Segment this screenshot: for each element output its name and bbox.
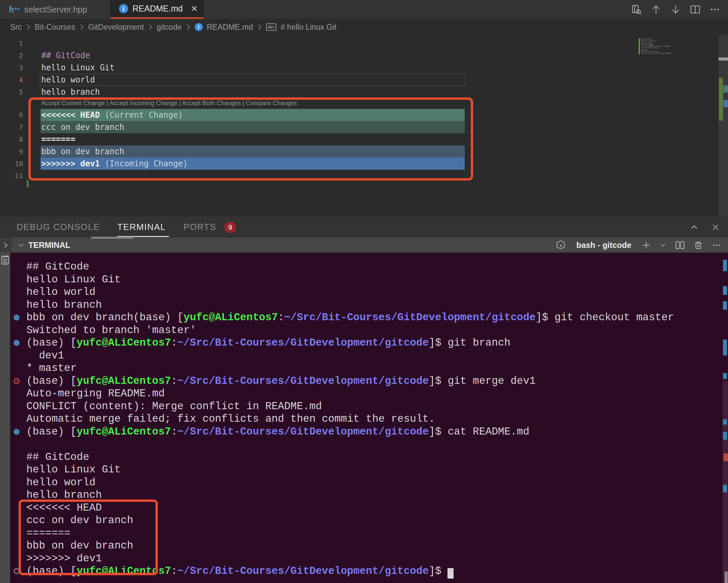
scrollbar-command-mark: [723, 286, 727, 295]
panel-tab-bar: DEBUG CONSOLE TERMINAL PORTS 9: [0, 216, 728, 238]
open-preview-icon[interactable]: [631, 4, 642, 15]
editor-row[interactable]: 2## GitCode: [0, 49, 719, 62]
close-icon[interactable]: ✕: [191, 4, 198, 14]
chevron-right-icon[interactable]: [2, 241, 10, 249]
terminal-line: dev1: [26, 349, 64, 362]
terminal-text-segment: ]$ git merge dev1: [429, 375, 536, 387]
terminal-text-segment: :: [171, 375, 177, 387]
symbol-abc-icon: abc: [266, 23, 277, 31]
notebook-icon: [1, 254, 9, 265]
chevron-right-icon: [148, 23, 153, 31]
arrow-down-icon[interactable]: [670, 4, 681, 15]
terminal-text-segment: CONFLICT (content): Merge conflict in RE…: [26, 400, 322, 412]
chevron-up-icon[interactable]: [689, 222, 700, 233]
editor-row[interactable]: 4hello world: [0, 74, 719, 86]
chevron-right-icon: [186, 23, 191, 31]
command-decoration-ok[interactable]: [14, 340, 20, 346]
overview-ruler-change-mark: [719, 78, 723, 121]
scrollbar-viewport-mark: [725, 572, 728, 583]
command-decoration-err[interactable]: ✕: [14, 378, 20, 384]
terminal-text-segment: hello Linux Git: [26, 464, 121, 475]
breadcrumb-item-heading[interactable]: # hello Linux Git: [281, 23, 336, 32]
split-editor-icon[interactable]: [689, 4, 701, 15]
breadcrumb-item-src[interactable]: Src: [10, 23, 22, 32]
terminal-line: ## GitCode: [26, 451, 89, 464]
overview-ruler-current-conflict-mark: [723, 86, 728, 93]
line-number: 2: [0, 49, 23, 62]
more-actions-icon[interactable]: [711, 240, 722, 251]
editor-row[interactable]: 5hello branch: [0, 86, 719, 98]
line-number: 9: [0, 145, 23, 158]
terminal-text-segment: ~/Src/Bit-Courses/GitDevelopment/gitcode: [284, 311, 536, 323]
chevron-right-icon: [79, 23, 84, 31]
tab-terminal[interactable]: TERMINAL: [117, 216, 166, 238]
terminal-section-title: TERMINAL: [28, 240, 70, 250]
terminal-line: hello branch: [26, 299, 102, 311]
code-segment: hello Linux Git: [41, 63, 115, 72]
terminal-line: hello world: [26, 286, 96, 299]
minimap[interactable]: ## GitCodehello Linux Githello worldhell…: [641, 38, 672, 54]
terminal-text-segment: hello branch: [26, 489, 102, 501]
close-panel-icon[interactable]: [710, 222, 721, 232]
launch-profile-chevron-icon[interactable]: [659, 241, 667, 249]
breadcrumb-item-bit-courses[interactable]: Bit-Courses: [35, 23, 75, 32]
new-terminal-icon[interactable]: [641, 240, 652, 251]
breadcrumb: Src Bit-Courses GitDevelopment gitcode i…: [0, 19, 728, 35]
terminal-cursor: [447, 568, 454, 579]
arrow-up-icon[interactable]: [650, 4, 662, 15]
breadcrumb-item-readme[interactable]: README.md: [207, 23, 253, 32]
split-terminal-icon[interactable]: [675, 240, 685, 251]
svg-text:$: $: [560, 244, 562, 248]
terminal-text-segment: ]$ cat README.md: [429, 426, 530, 438]
terminal-line: Switched to branch 'master': [26, 324, 196, 337]
terminal-text-segment: yufc@ALiCentos7: [77, 337, 171, 349]
tab-ports[interactable]: PORTS: [184, 216, 216, 238]
more-actions-icon[interactable]: [709, 4, 721, 15]
tab-label: selectServer.hpp: [24, 5, 87, 15]
scrollbar-command-mark: [723, 485, 727, 492]
conflict-annotation-box-terminal: [19, 499, 158, 575]
tab-debug-console[interactable]: DEBUG CONSOLE: [17, 216, 100, 238]
terminal-text-segment: :: [171, 426, 177, 438]
terminal-line: bbb on dev branch(base) [yufc@ALiCentos7…: [26, 311, 674, 324]
overview-ruler-incoming-conflict-mark: [723, 100, 728, 107]
scrollbar-command-mark: [723, 419, 727, 425]
terminal-text-segment: * master: [26, 362, 77, 374]
scrollbar-command-mark: [723, 373, 727, 379]
command-decoration-ok[interactable]: [14, 314, 20, 321]
chevron-down-icon[interactable]: [17, 241, 26, 250]
kill-terminal-icon[interactable]: [693, 240, 704, 251]
info-icon: i: [119, 4, 128, 13]
code-text: hello Linux Git: [41, 62, 115, 74]
terminal-text-segment: :: [171, 565, 177, 577]
code-text: ## GitCode: [41, 49, 90, 62]
terminal-text-segment: hello Linux Git: [26, 274, 121, 285]
tab-readme-md[interactable]: i README.md ✕: [110, 0, 204, 19]
terminal-text-segment: Automatic merge failed; fix conflicts an…: [26, 413, 435, 425]
editor-row[interactable]: 1: [0, 37, 719, 49]
tab-selectserver-hpp[interactable]: h++ selectServer.hpp: [0, 0, 110, 19]
scrollbar-error-mark: [724, 453, 728, 461]
cpp-header-file-icon: h++: [9, 4, 20, 15]
terminal-scrollbar-thumb[interactable]: [723, 381, 728, 583]
terminal-text-segment: hello world: [26, 476, 96, 488]
code-text: hello branch: [41, 86, 100, 98]
active-terminal-label[interactable]: bash - gitcode: [576, 240, 631, 250]
terminal-line: (base) [yufc@ALiCentos7:~/Src/Bit-Course…: [26, 425, 529, 438]
terminal-text-segment: (base) [: [26, 375, 77, 387]
line-number: 10: [0, 158, 23, 170]
terminal-text-segment: hello branch: [26, 299, 102, 311]
terminal-line: (base) [yufc@ALiCentos7:~/Src/Bit-Course…: [26, 336, 510, 349]
command-decoration-ok[interactable]: [14, 429, 20, 435]
code-segment: ## GitCode: [41, 51, 90, 60]
line-number: 5: [0, 86, 23, 98]
editor-row[interactable]: 3hello Linux Git: [0, 62, 719, 74]
terminal-text-segment: Auto-merging README.md: [26, 388, 165, 399]
chevron-right-icon: [26, 23, 31, 31]
overview-ruler[interactable]: [719, 35, 728, 216]
breadcrumb-item-gitcode[interactable]: gitcode: [157, 23, 182, 32]
terminal-line: hello Linux Git: [26, 273, 121, 286]
breadcrumb-item-gitdevelopment[interactable]: GitDevelopment: [88, 23, 144, 32]
terminal-text-segment: ~/Src/Bit-Courses/GitDevelopment/gitcode: [177, 375, 429, 387]
scrollbar-command-mark: [723, 301, 727, 310]
